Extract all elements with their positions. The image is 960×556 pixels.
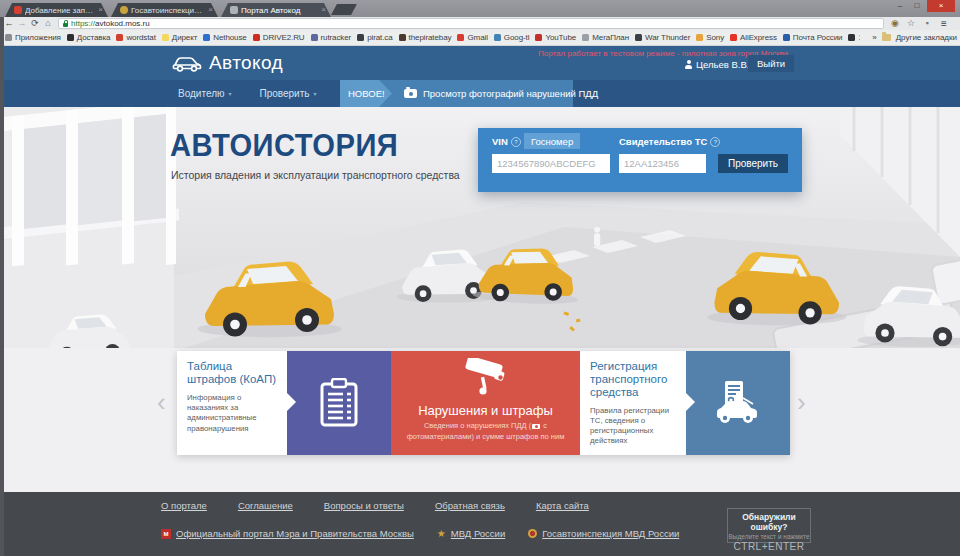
user-icon: [685, 60, 692, 69]
bookmark-label: 101.ru: [858, 33, 860, 42]
bookmark-item[interactable]: YouTube: [535, 33, 576, 42]
bookmark-label: thepiratebay: [409, 33, 452, 42]
bookmark-item[interactable]: Nethouse: [203, 33, 246, 42]
tab-favicon-icon: [120, 6, 128, 14]
help-icon[interactable]: ?: [511, 137, 521, 147]
tab-close-icon[interactable]: ×: [208, 6, 213, 14]
bookmark-label: Gmail: [467, 33, 487, 42]
bookmark-item[interactable]: Gmail: [457, 33, 487, 42]
card-text: Сведения о нарушениях ПДД ( с фотоматери…: [391, 418, 580, 442]
menu-icon[interactable]: ≡: [938, 17, 950, 30]
bookmark-item[interactable]: Sony: [696, 33, 724, 42]
user-menu[interactable]: Цельев В.В.: [685, 59, 749, 70]
browser-tab[interactable]: Госавтоинспекция МВД ×: [111, 3, 218, 17]
bookmark-item[interactable]: DRIVE2.RU: [253, 33, 305, 42]
footer-link[interactable]: О портале: [161, 500, 207, 511]
partner-link-gibdd[interactable]: Госавтоинспекция МВД России: [528, 528, 679, 539]
extension-icon[interactable]: ◉: [889, 17, 901, 30]
carousel-next-icon[interactable]: ›: [797, 389, 806, 415]
bookmark-item[interactable]: 101.ru: [848, 33, 860, 42]
url-scheme: https://: [71, 19, 95, 28]
card-text: Правила регистрации ТС, сведения о регис…: [590, 406, 676, 447]
bookmark-item[interactable]: Почта России: [783, 33, 843, 42]
home-button[interactable]: ⌂: [42, 17, 54, 30]
bookmarks-overflow-icon[interactable]: »: [872, 33, 876, 42]
bookmark-item[interactable]: МегаПлан: [582, 33, 629, 42]
bookmark-label: Nethouse: [213, 33, 246, 42]
bookmark-label: DRIVE2.RU: [263, 33, 305, 42]
bookmark-favicon-icon: [848, 34, 855, 41]
sts-input[interactable]: [619, 154, 706, 173]
card-violations[interactable]: Нарушения и штрафы Сведения о нарушениях…: [391, 351, 580, 455]
panel-fines-table[interactable]: [287, 351, 391, 455]
chevron-down-icon: ▾: [314, 90, 317, 97]
footer-link[interactable]: Обратная связь: [435, 500, 505, 511]
bookmark-favicon-icon: [582, 34, 589, 41]
bookmark-favicon-icon: [203, 34, 210, 41]
gibdd-emblem-icon: [528, 529, 537, 538]
card-title: Регистрация транспортного средства: [590, 360, 676, 399]
bookmark-label: Goog-tl: [504, 33, 530, 42]
bookmark-favicon-icon: [116, 34, 123, 41]
footer-link[interactable]: Вопросы и ответы: [324, 500, 404, 511]
error-report-box: Обнаружили ошибку? Выделите текст и нажм…: [727, 508, 811, 543]
bookmark-item[interactable]: thepiratebay: [399, 33, 452, 42]
car-logo-icon: [172, 55, 202, 72]
extension-icon[interactable]: ▪: [921, 17, 933, 30]
browser-toolbar: ← → ⟳ ⌂ https://avtokod.mos.ru ◉ ☆ ▪ ≡: [0, 17, 960, 30]
bookmark-item[interactable]: Доставка: [67, 33, 111, 42]
other-bookmarks-label[interactable]: Другие закладки: [896, 33, 957, 42]
window-maximize-button[interactable]: □: [909, 0, 925, 12]
window-close-button[interactable]: ×: [927, 0, 955, 12]
bookmark-item[interactable]: Goog-tl: [494, 33, 530, 42]
bookmark-label: Почта России: [793, 33, 843, 42]
footer-partners: М Официальный портал Мэра и Правительств…: [161, 528, 679, 539]
carousel-prev-icon[interactable]: ‹: [157, 389, 166, 415]
nav-dropdown[interactable]: Водителю ▾: [178, 88, 231, 99]
vin-input[interactable]: [492, 154, 610, 173]
bookmark-item[interactable]: wordstat: [116, 33, 155, 42]
browser-tab[interactable]: Добавление записи ×: [5, 3, 108, 17]
bookmark-item[interactable]: rutracker: [311, 33, 352, 42]
help-icon[interactable]: ?: [710, 137, 720, 147]
moscow-emblem-icon: М: [161, 529, 171, 539]
window-minimize-button[interactable]: –: [893, 0, 907, 12]
sts-label: Свидетельство ТС?: [619, 136, 720, 147]
photo-violations-link[interactable]: Просмотр фотографий нарушений ПДД: [404, 80, 598, 107]
card-fines-table[interactable]: Таблица штрафов (КоАП) Информация о нака…: [177, 351, 287, 455]
bookmark-item[interactable]: War Thunder: [635, 33, 690, 42]
vin-tab[interactable]: VIN?: [492, 136, 521, 147]
tab-close-icon[interactable]: ×: [321, 6, 326, 14]
new-tab-button[interactable]: [331, 4, 357, 15]
bookmark-item[interactable]: AliExpress: [730, 33, 777, 42]
bookmark-favicon-icon: [162, 34, 169, 41]
forward-button[interactable]: →: [16, 17, 28, 30]
footer-link[interactable]: Карта сайта: [536, 500, 589, 511]
footer-link[interactable]: Соглашение: [238, 500, 293, 511]
bookmark-item[interactable]: Директ: [162, 33, 197, 42]
partner-link-moscow[interactable]: М Официальный портал Мэра и Правительств…: [161, 528, 414, 539]
footer-links: О портале Соглашение Вопросы и ответы Об…: [161, 500, 589, 511]
panel-registration[interactable]: [686, 351, 790, 455]
logo[interactable]: Автокод: [172, 52, 283, 74]
check-button[interactable]: Проверить: [718, 154, 788, 173]
bookmark-item[interactable]: pirat.ca: [357, 33, 392, 42]
nav-dropdown[interactable]: Проверить ▾: [259, 88, 316, 99]
partner-link-mvd[interactable]: ★ МВД России: [437, 528, 505, 539]
search-form: VIN? Госномер Свидетельство ТС? Проверит…: [478, 128, 802, 192]
main-nav: Водителю ▾ Проверить ▾ НОВОЕ! Просмотр ф…: [4, 80, 960, 107]
bookmark-star-icon[interactable]: ☆: [905, 17, 917, 30]
hero: АВТОИСТОРИЯ История владения и эксплуата…: [4, 107, 960, 348]
bookmark-item[interactable]: Приложения: [5, 33, 61, 42]
logout-button[interactable]: Выйти: [748, 55, 794, 72]
card-registration[interactable]: Регистрация транспортного средства Прави…: [580, 351, 686, 455]
address-bar[interactable]: https://avtokod.mos.ru: [58, 18, 884, 29]
back-button[interactable]: ←: [3, 17, 15, 30]
nav-links: Водителю ▾ Проверить ▾: [178, 80, 317, 107]
plate-tab[interactable]: Госномер: [524, 133, 580, 149]
cctv-camera-icon: [458, 358, 514, 396]
folder-icon: [882, 34, 891, 41]
tab-close-icon[interactable]: ×: [98, 6, 103, 14]
reload-button[interactable]: ⟳: [29, 17, 41, 30]
browser-tab-active[interactable]: Портал Автокод ×: [221, 3, 331, 17]
